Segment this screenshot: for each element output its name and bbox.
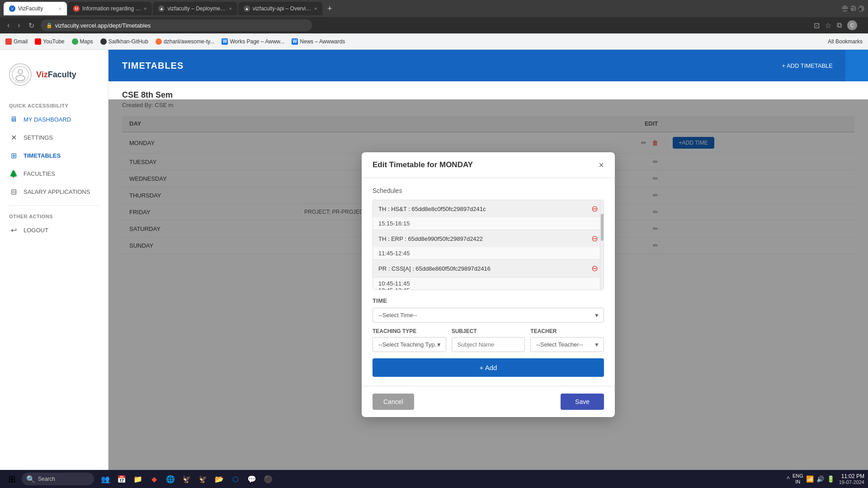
edit-timetable-modal: Edit Timetable for MONDAY × Schedules TH… <box>362 152 615 417</box>
subject-input[interactable] <box>452 337 525 352</box>
sidebar-item-logout[interactable]: ↩ LOGOUT <box>0 221 108 239</box>
start-button[interactable]: ⊞ <box>4 473 20 485</box>
profile-button[interactable]: C <box>847 20 857 30</box>
page-header: TIMETABLES <box>108 61 184 71</box>
teaching-type-select-wrapper: --Select Teaching Typ... ▼ <box>373 337 446 352</box>
nav-separator <box>9 205 99 206</box>
back-button[interactable]: ‹ <box>5 19 11 31</box>
salary-icon: ⊟ <box>9 187 18 196</box>
remove-schedule-2[interactable]: ⊖ <box>591 234 598 244</box>
add-timetable-button[interactable]: + ADD TIMETABLE <box>774 59 841 73</box>
taskbar-app-files[interactable]: 📁 <box>130 471 146 487</box>
minimize-button[interactable]: — <box>842 5 848 12</box>
taskbar-app-chrome[interactable]: 🦅 <box>179 471 194 487</box>
schedule-entry-3: PR : CSS[A] : 65dd8e860f50fc29897d2416 <box>378 265 491 272</box>
remove-schedule-3[interactable]: ⊖ <box>591 263 598 273</box>
bookmark-github[interactable]: Saifkhan-GitHub <box>100 38 148 45</box>
remove-schedule-1[interactable]: ⊖ <box>591 204 598 214</box>
battery-icon[interactable]: 🔋 <box>827 475 835 483</box>
taskbar-app-teams[interactable]: 👥 <box>98 471 113 487</box>
cancel-button[interactable]: Cancel <box>373 394 414 410</box>
time-select-wrapper: --Select Time-- ▼ <box>373 308 604 323</box>
tab-api[interactable]: ▲ vizfaculty-api – Overview – Ver... × <box>238 2 322 15</box>
sidebar-item-dashboard[interactable]: 🖥 MY DASHBOARD <box>0 110 108 128</box>
chevron-up-icon[interactable]: ^ <box>787 475 790 483</box>
tab-gmail[interactable]: M Information regarding VizFacult... × <box>68 2 152 15</box>
tab-title-2: Information regarding VizFacult... <box>82 5 141 12</box>
tab-bar: V VizFaculty × M Information regarding V… <box>0 0 868 17</box>
modal-overlay: Edit Timetable for MONDAY × Schedules TH… <box>108 99 868 470</box>
schedule-scrollbar[interactable] <box>600 200 604 290</box>
sidebar-item-faculties[interactable]: 🌲 FACULTIES <box>0 164 108 183</box>
taskbar-app-files2[interactable]: 📂 <box>212 471 227 487</box>
schedule-entry-2: TH : ERP : 65dd8e990f50fc29897d2422 <box>378 235 483 242</box>
taskbar-app-mail[interactable]: 📅 <box>114 471 129 487</box>
tab-close-1[interactable]: × <box>59 6 61 11</box>
tab-deployment[interactable]: ▲ vizfaculty – Deployment Overvi... × <box>153 2 237 15</box>
schedule-item-2: TH : ERP : 65dd8e990f50fc29897d2422 ⊖ <box>373 230 604 247</box>
sidebar-item-logout-label: LOGOUT <box>24 227 48 234</box>
settings-icon: ✕ <box>9 133 18 142</box>
teacher-column: TEACHER --Select Teacher-- ▼ <box>530 328 604 352</box>
teaching-type-label: TEACHING TYPE <box>373 328 446 334</box>
teacher-select[interactable]: --Select Teacher-- <box>530 337 604 352</box>
bookmark-gmail[interactable]: Gmail <box>5 38 28 45</box>
taskbar-app-signal[interactable]: ⚫ <box>260 471 276 487</box>
extra-time-1: 10:45-11:45 <box>378 280 598 287</box>
url-text: vizfaculty.vercel.app/dept/Timetables <box>55 22 151 29</box>
sidebar-item-dashboard-label: MY DASHBOARD <box>24 116 71 123</box>
tab-close-3[interactable]: × <box>229 6 231 11</box>
extensions-icon[interactable]: ⧉ <box>837 21 842 29</box>
cast-icon[interactable]: ⊡ <box>814 21 820 30</box>
schedule-item-1: TH : HS&T : 65dd8e8c0f50fc29897d241c ⊖ <box>373 200 604 217</box>
add-schedule-button[interactable]: + Add <box>373 358 604 377</box>
tab-vizfaculty[interactable]: V VizFaculty × <box>4 2 67 15</box>
sidebar-item-salary[interactable]: ⊟ SALARY APPLICATIONS <box>0 183 108 201</box>
logo-circle <box>9 63 32 86</box>
url-input[interactable]: 🔒 vizfaculty.vercel.app/dept/Timetables <box>41 19 312 31</box>
bookmark-youtube[interactable]: YouTube <box>35 38 64 45</box>
forward-button[interactable]: › <box>16 19 22 31</box>
schedule-group-3: 11:45-12:45 PR : CSS[A] : 65dd8e860f50fc… <box>373 247 604 277</box>
taskbar-apps: 👥 📅 📁 ◆ 🌐 🦅 🦅 📂 ⬡ 💬 ⚫ <box>98 471 276 487</box>
sidebar-item-timetables[interactable]: ⊞ TIMETABLES <box>0 146 108 164</box>
bookmark-works[interactable]: W Works Page – Awww... <box>222 38 284 45</box>
content-header-bar: TIMETABLES + ADD TIMETABLE <box>108 50 868 81</box>
save-button[interactable]: Save <box>561 394 604 410</box>
sidebar-item-settings-label: SETTINGS <box>24 134 53 141</box>
logo-area: VizFaculty <box>0 59 108 99</box>
sidebar-item-settings[interactable]: ✕ SETTINGS <box>0 128 108 146</box>
new-tab-button[interactable]: + <box>323 2 336 15</box>
taskbar-app-chrome2[interactable]: 🦅 <box>195 471 211 487</box>
taskbar: ⊞ 🔍 Search 👥 📅 📁 ◆ 🌐 🦅 🦅 📂 ⬡ 💬 ⚫ ^ ENG I… <box>0 470 868 488</box>
reload-button[interactable]: ↻ <box>27 19 36 32</box>
logout-icon: ↩ <box>9 225 18 235</box>
tab-close-4[interactable]: × <box>314 6 317 11</box>
svg-point-1 <box>18 70 23 74</box>
bookmark-icon[interactable]: ☆ <box>825 21 831 30</box>
volume-icon[interactable]: 🔊 <box>816 475 824 483</box>
bookmark-maps[interactable]: Maps <box>72 38 93 45</box>
bookmark-news[interactable]: W News – Awwwards <box>292 38 345 45</box>
modal-close-button[interactable]: × <box>599 160 604 169</box>
close-button[interactable]: × <box>858 5 864 12</box>
sidebar-item-salary-label: SALARY APPLICATIONS <box>24 188 90 195</box>
taskbar-app-edge[interactable]: 🌐 <box>163 471 178 487</box>
bookmark-maps-label: Maps <box>80 38 93 45</box>
wifi-icon[interactable]: 📶 <box>806 475 814 483</box>
tab-close-2[interactable]: × <box>144 6 146 11</box>
time-select[interactable]: --Select Time-- <box>373 308 604 323</box>
all-bookmarks-label[interactable]: All Bookmarks <box>828 38 863 45</box>
modal-header: Edit Timetable for MONDAY × <box>362 152 615 178</box>
modal-footer: Cancel Save <box>362 386 615 417</box>
header-right-accent <box>845 50 868 81</box>
teaching-type-select[interactable]: --Select Teaching Typ... <box>373 337 446 352</box>
taskbar-app-gem[interactable]: ◆ <box>146 471 162 487</box>
taskbar-app-vscode[interactable]: ⬡ <box>228 471 243 487</box>
taskbar-app-whatsapp[interactable]: 💬 <box>244 471 259 487</box>
bookmark-dzharii[interactable]: dzharii/awesome-ty... <box>156 38 214 45</box>
taskbar-search[interactable]: 🔍 Search <box>22 473 94 485</box>
schedule-group-2: 15:15-16:15 TH : ERP : 65dd8e990f50fc298… <box>373 217 604 247</box>
maximize-button[interactable]: □ <box>850 5 856 12</box>
schedule-list: TH : HS&T : 65dd8e8c0f50fc29897d241c ⊖ 1… <box>373 200 604 290</box>
